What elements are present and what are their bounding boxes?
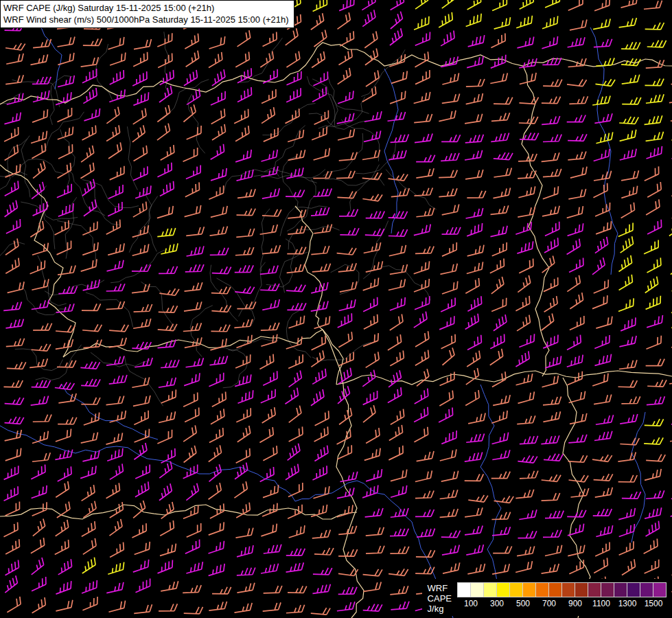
legend-tick-labels: 100300500700900110013001500 [457, 599, 667, 609]
legend-swatch [653, 583, 666, 597]
legend-title-model: WRF [428, 583, 452, 593]
legend-tick-label: 500 [516, 599, 530, 608]
cape-legend: WRF CAPE J/kg 10030050070090011001300150… [422, 579, 671, 616]
legend-tick-label: 100 [464, 599, 478, 608]
map-title-line2: WRF Wind shear (m/s) 500/1000hPa Saturda… [3, 14, 289, 25]
legend-swatch [510, 583, 522, 597]
legend-swatch [484, 583, 496, 597]
legend-swatch [523, 583, 535, 597]
legend-swatch [458, 583, 470, 597]
map-title-box: WRF CAPE (J/kg) Saturday 15-11-2025 15:0… [0, 0, 294, 28]
legend-swatch [601, 583, 614, 597]
legend-swatch [562, 583, 575, 597]
legend-tick-label: 900 [568, 599, 582, 608]
legend-swatch [549, 583, 561, 597]
legend-color-scale [457, 582, 667, 597]
legend-swatch [536, 583, 548, 597]
legend-swatch [588, 583, 601, 597]
legend-swatch [575, 583, 588, 597]
legend-tick-label: 700 [542, 599, 556, 608]
legend-tick-label: 1100 [592, 599, 610, 608]
legend-swatch [471, 583, 483, 597]
legend-title-unit: J/kg [428, 604, 452, 614]
legend-tick-label: 1300 [618, 599, 637, 608]
legend-swatch [614, 583, 627, 597]
legend-title: WRF CAPE J/kg [428, 582, 452, 614]
map-canvas [0, 0, 672, 618]
legend-swatch [640, 583, 653, 597]
legend-tick-label: 1500 [645, 599, 663, 608]
weather-map: WRF CAPE (J/kg) Saturday 15-11-2025 15:0… [0, 0, 672, 618]
legend-swatch [497, 583, 509, 597]
map-title-line1: WRF CAPE (J/kg) Saturday 15-11-2025 15:0… [3, 2, 289, 14]
legend-title-param: CAPE [428, 593, 452, 604]
legend-scale: 100300500700900110013001500 [457, 582, 667, 609]
legend-swatch [627, 583, 640, 597]
legend-tick-label: 300 [490, 599, 504, 608]
